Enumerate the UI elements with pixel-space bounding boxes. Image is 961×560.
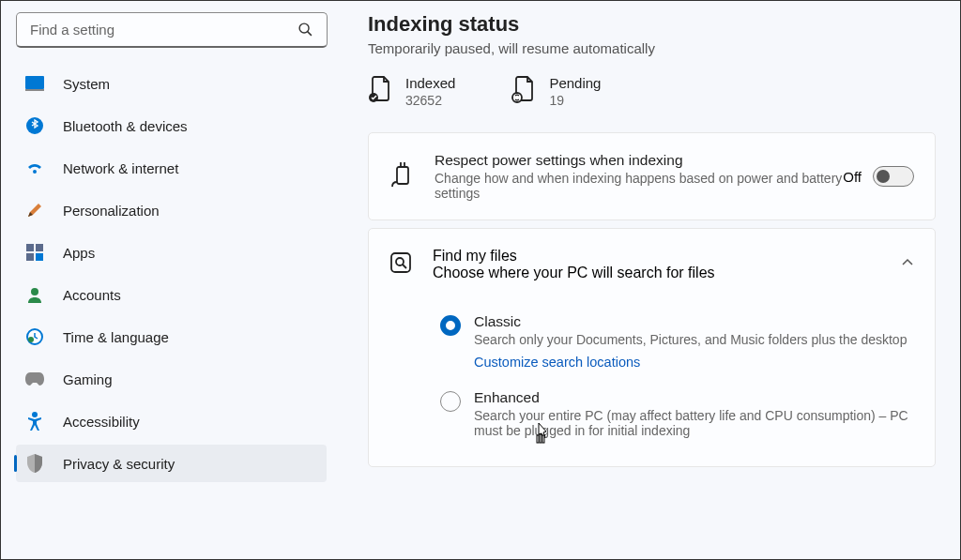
- power-toggle-state: Off: [843, 169, 862, 185]
- brush-icon: [25, 201, 44, 219]
- power-toggle[interactable]: [873, 166, 914, 187]
- sidebar-item-personalization[interactable]: Personalization: [16, 191, 327, 229]
- svg-rect-7: [26, 253, 34, 261]
- svg-line-20: [403, 265, 406, 268]
- sidebar-item-system[interactable]: System: [16, 65, 327, 102]
- sidebar-item-apps[interactable]: Apps: [16, 234, 327, 271]
- apps-icon: [25, 243, 44, 262]
- sidebar-item-label: Privacy & security: [63, 456, 175, 472]
- sidebar-item-label: Time & language: [63, 329, 169, 345]
- sidebar-item-label: Network & internet: [63, 160, 178, 176]
- svg-point-0: [299, 23, 309, 33]
- search-wrap: [16, 12, 327, 48]
- file-refresh-icon: [511, 75, 536, 107]
- sidebar-item-time[interactable]: Time & language: [16, 318, 327, 356]
- radio-classic[interactable]: [440, 315, 461, 336]
- pending-label: Pending: [549, 75, 601, 91]
- plug-icon: [389, 161, 414, 191]
- enhanced-title: Enhanced: [474, 389, 914, 406]
- svg-point-12: [32, 412, 38, 417]
- classic-title: Classic: [474, 313, 907, 330]
- find-sub: Choose where your PC will search for fil…: [433, 265, 715, 281]
- page-subtitle: Temporarily paused, will resume automati…: [368, 40, 936, 56]
- search-input[interactable]: [16, 12, 328, 48]
- svg-rect-18: [391, 253, 410, 272]
- clock-icon: [25, 327, 44, 346]
- display-icon: [25, 74, 44, 93]
- search-icon: [297, 22, 313, 41]
- pending-value: 19: [549, 93, 601, 108]
- svg-rect-15: [397, 167, 408, 184]
- option-enhanced[interactable]: Enhanced Search your entire PC (may affe…: [369, 380, 935, 447]
- svg-rect-3: [25, 89, 44, 91]
- indexed-label: Indexed: [405, 75, 455, 91]
- sidebar-item-label: Bluetooth & devices: [63, 118, 188, 134]
- find-files-header[interactable]: Find my files Choose where your PC will …: [369, 229, 935, 300]
- bluetooth-icon: [25, 116, 44, 135]
- wifi-icon: [25, 159, 44, 177]
- find-title: Find my files: [433, 248, 715, 265]
- svg-line-1: [308, 32, 312, 36]
- sidebar-item-label: Accessibility: [63, 414, 140, 430]
- sidebar-item-gaming[interactable]: Gaming: [16, 360, 327, 398]
- svg-rect-2: [25, 76, 44, 89]
- person-icon: [25, 285, 44, 304]
- power-title: Respect power settings when indexing: [435, 152, 843, 169]
- sidebar-item-label: Accounts: [63, 287, 121, 303]
- classic-sub: Search only your Documents, Pictures, an…: [474, 332, 907, 347]
- sidebar-item-label: Gaming: [63, 371, 113, 387]
- radio-enhanced[interactable]: [440, 391, 461, 412]
- sidebar-item-accessibility[interactable]: Accessibility: [16, 402, 327, 440]
- accessibility-icon: [25, 412, 44, 431]
- svg-point-11: [28, 337, 34, 342]
- sidebar-item-label: Personalization: [63, 203, 160, 219]
- sidebar-item-network[interactable]: Network & internet: [16, 149, 327, 187]
- chevron-up-icon: [901, 256, 914, 273]
- svg-point-19: [396, 258, 404, 265]
- sidebar-item-accounts[interactable]: Accounts: [16, 276, 327, 313]
- power-sub: Change how and when indexing happens bas…: [435, 171, 843, 201]
- file-check-icon: [368, 75, 392, 107]
- shield-icon: [25, 454, 44, 473]
- page-title: Indexing status: [368, 12, 936, 37]
- svg-rect-5: [26, 244, 34, 251]
- search-square-icon: [389, 251, 412, 278]
- svg-rect-6: [36, 244, 43, 251]
- sidebar-item-privacy[interactable]: Privacy & security: [16, 445, 327, 482]
- sidebar-item-label: System: [63, 76, 110, 92]
- option-classic[interactable]: Classic Search only your Documents, Pict…: [369, 304, 935, 380]
- svg-point-9: [31, 288, 38, 295]
- svg-rect-8: [36, 253, 43, 261]
- enhanced-sub: Search your entire PC (may affect batter…: [474, 408, 914, 438]
- gamepad-icon: [25, 370, 44, 388]
- sidebar-item-bluetooth[interactable]: Bluetooth & devices: [16, 107, 327, 144]
- sidebar-item-label: Apps: [63, 245, 95, 261]
- power-settings-row[interactable]: Respect power settings when indexing Cha…: [368, 132, 936, 220]
- customize-link[interactable]: Customize search locations: [474, 355, 640, 370]
- indexed-value: 32652: [405, 93, 455, 108]
